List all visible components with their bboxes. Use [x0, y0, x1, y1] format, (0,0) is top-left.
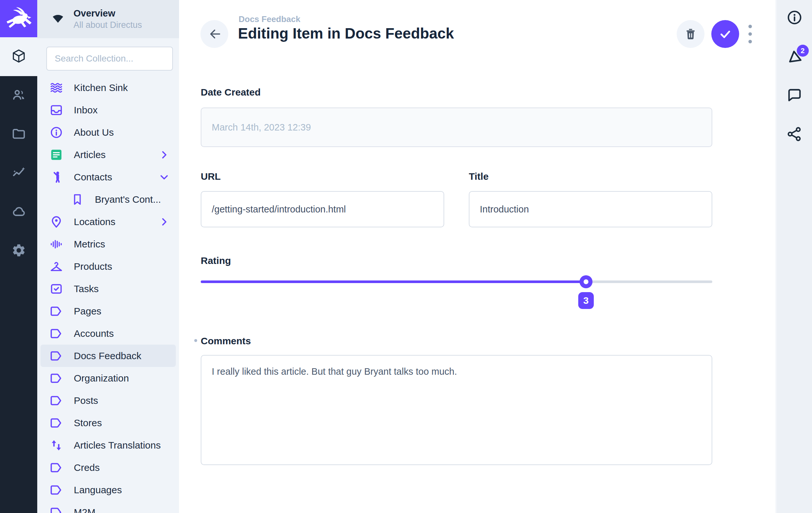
share-icon [786, 126, 803, 144]
rabbit-icon [4, 4, 33, 33]
field-rating: Rating 3 [201, 255, 712, 283]
url-title-row: URL Title [201, 171, 712, 227]
module-box-button[interactable] [0, 37, 37, 76]
trash-icon [684, 27, 698, 41]
sidebar-item-accounts[interactable]: Accounts [40, 322, 176, 345]
chat-sidebar-button[interactable] [785, 87, 804, 105]
sidebar-item-docs-feedback[interactable]: Docs Feedback [40, 345, 176, 367]
comments-label: Comments [201, 336, 712, 346]
directus-logo[interactable] [0, 0, 37, 37]
info-sidebar-button[interactable] [785, 9, 804, 27]
module-folder-button[interactable] [0, 115, 37, 154]
sidebar-item-label: Pages [74, 306, 170, 317]
project-fan-icon [50, 11, 66, 28]
sidebar-item-products[interactable]: Products [40, 255, 176, 278]
title-input[interactable] [469, 191, 712, 227]
back-button[interactable] [200, 20, 228, 48]
sidebar-item-label: Organization [74, 373, 170, 384]
project-header[interactable]: Overview All about Directus [37, 0, 179, 38]
search-collection-box [46, 47, 173, 70]
chevron-right-icon[interactable] [158, 149, 170, 161]
comments-textarea[interactable]: I really liked this article. But that gu… [201, 355, 712, 465]
label-icon [50, 371, 63, 385]
sidebar-item-label: Posts [74, 395, 170, 406]
sidebar-item-label: Articles [74, 149, 158, 160]
label-icon [50, 305, 63, 318]
field-date-created: Date Created [201, 87, 712, 147]
sidebar-item-posts[interactable]: Posts [40, 389, 176, 411]
sidebar-item-label: M2M [74, 507, 170, 513]
sidebar-item-label: Inbox [74, 105, 170, 116]
module-bar [0, 0, 37, 513]
sidebar-item-bryant-s-cont[interactable]: Bryant's Cont... [40, 188, 176, 210]
sidebar-item-articles[interactable]: Articles [40, 143, 176, 166]
label-icon [50, 349, 63, 363]
module-gear-button[interactable] [0, 232, 37, 270]
label-icon [50, 506, 63, 513]
sidebar-item-label: Articles Translations [74, 440, 170, 451]
sidebar-item-metrics[interactable]: Metrics [40, 233, 176, 255]
sidebar-item-organization[interactable]: Organization [40, 367, 176, 389]
url-input[interactable] [201, 191, 444, 227]
notifications-sidebar-button[interactable]: 2 [785, 48, 804, 66]
sidebar-item-locations[interactable]: Locations [40, 210, 176, 233]
sidebar-item-creds[interactable]: Creds [40, 456, 176, 479]
sidebar-item-label: Metrics [74, 239, 170, 250]
folder-icon [11, 126, 26, 142]
title-label: Title [469, 171, 712, 182]
field-url: URL [201, 171, 444, 227]
sidebar-item-inbox[interactable]: Inbox [40, 99, 176, 121]
breadcrumb[interactable]: Docs Feedback [239, 14, 300, 24]
insights-icon [11, 165, 26, 181]
sidebar-item-m2m[interactable]: M2M [40, 501, 176, 513]
delete-button[interactable] [677, 20, 704, 48]
chevron-right-icon[interactable] [158, 216, 170, 228]
save-button[interactable] [711, 20, 739, 48]
share-sidebar-button[interactable] [785, 126, 804, 144]
date-created-input[interactable] [201, 108, 712, 147]
date-created-label: Date Created [201, 87, 712, 98]
sidebar-item-label: Languages [74, 484, 170, 495]
waves-icon [50, 81, 63, 94]
sidebar-item-kitchen-sink[interactable]: Kitchen Sink [40, 77, 176, 99]
collections-sidebar: Overview All about Directus Kitchen Sink… [37, 0, 179, 513]
rating-value-badge: 3 [578, 292, 594, 309]
bookmark-icon [70, 193, 84, 206]
module-cloud-button[interactable] [0, 193, 37, 232]
rating-slider-knob[interactable] [580, 275, 592, 288]
app-window: Overview All about Directus Kitchen Sink… [0, 0, 812, 513]
chevron-down-icon[interactable] [158, 171, 170, 183]
gear-icon [11, 243, 26, 259]
search-collection-input[interactable] [47, 53, 172, 64]
rating-slider[interactable]: 3 [201, 281, 712, 283]
info-icon [50, 126, 63, 139]
field-comments: Comments I really liked this article. Bu… [201, 336, 712, 465]
sidebar-item-about-us[interactable]: About Us [40, 121, 176, 143]
sidebar-item-stores[interactable]: Stores [40, 411, 176, 434]
label-icon [50, 394, 63, 407]
label-icon [50, 327, 63, 340]
module-insights-button[interactable] [0, 154, 37, 193]
sidebar-item-label: Accounts [74, 328, 170, 339]
sidebar-item-label: Contacts [74, 172, 158, 183]
check-icon [718, 26, 733, 42]
sidebar-item-articles-translations[interactable]: Articles Translations [40, 434, 176, 456]
place-icon [50, 215, 63, 229]
arrow-left-icon [207, 27, 222, 41]
project-subtitle: All about Directus [74, 20, 142, 30]
sidebar-item-label: Tasks [74, 283, 170, 294]
sidebar-item-languages[interactable]: Languages [40, 479, 176, 501]
module-people-button[interactable] [0, 76, 37, 115]
chat-icon [786, 87, 803, 105]
sidebar-item-tasks[interactable]: Tasks [40, 278, 176, 300]
more-options-button[interactable] [743, 23, 757, 45]
label-icon [50, 461, 63, 475]
person-wave-icon [50, 170, 63, 184]
sidebar-item-contacts[interactable]: Contacts [40, 166, 176, 188]
collections-list: Kitchen SinkInboxAbout UsArticlesContact… [37, 77, 179, 513]
rating-slider-fill [201, 281, 586, 283]
sidebar-item-pages[interactable]: Pages [40, 300, 176, 322]
sidebar-item-label: Stores [74, 418, 170, 428]
right-sidebar: 2 [776, 0, 812, 513]
cloud-icon [11, 204, 26, 220]
